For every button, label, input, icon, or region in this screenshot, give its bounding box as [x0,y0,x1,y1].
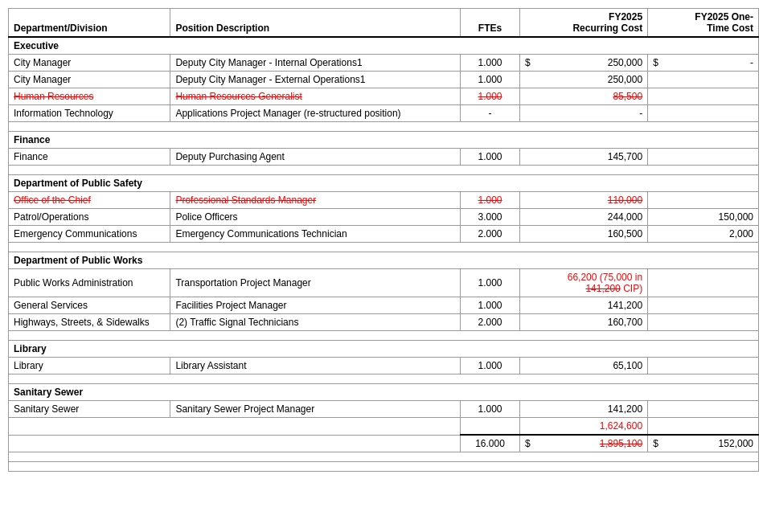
pos-cell: Deputy Purchasing Agent [170,149,460,166]
header-recurring-line2: Recurring Cost [572,23,642,34]
fte-cell: 1.000 [460,401,519,418]
dept-cell: Office of the Chief [9,192,170,209]
spacer-row [9,243,759,252]
table-row: Information Technology Applications Proj… [9,105,759,122]
onetime-cell [648,88,759,105]
fte-cell: 1.000 [460,192,519,209]
recurring-cell: - [520,105,648,122]
onetime-cell [648,297,759,314]
section-finance: Finance [9,132,759,149]
fte-cell: - [460,105,519,122]
onetime-cell: 150,000 [648,209,759,226]
totals-recurring-value: 1,895,100 [600,438,642,449]
section-library-label: Library [9,341,759,358]
totals-onetime: $ 152,000 [648,435,759,452]
totals-fte: 16.000 [460,435,519,452]
recurring-cell: 110,000 [520,192,648,209]
section-sanitary-sewer-label: Sanitary Sewer [9,384,759,401]
subtotal-onetime [648,418,759,436]
table-row: Finance Deputy Purchasing Agent 1.000 14… [9,149,759,166]
pos-cell: Facilities Project Manager [170,297,460,314]
dept-cell: Library [9,358,170,374]
onetime-cell: $- [648,55,759,72]
pos-cell: Library Assistant [170,358,460,374]
header-fte: FTEs [460,9,519,38]
section-library: Library [9,341,759,358]
pos-cell: Transportation Project Manager [170,269,460,297]
header-recurring-line1: FY2025 [609,11,642,23]
dept-cell: Information Technology [9,105,170,122]
totals-recurring: $ 1,895,100 [520,435,648,452]
subtotal-red-value: 1,624,600 [600,420,642,432]
section-executive: Executive [9,37,759,55]
subtotal-fte [460,418,519,436]
spacer-row [9,166,759,175]
fte-cell: 1.000 [460,88,519,105]
pos-cell: Emergency Communications Technician [170,226,460,243]
totals-label [9,435,461,452]
table-row: General Services Facilities Project Mana… [9,297,759,314]
spacer-row [9,462,759,472]
onetime-cell [648,149,759,166]
subtotal-recurring: 1,624,600 [520,418,648,436]
onetime-cell [648,192,759,209]
table-row: Highways, Streets, & Sidewalks (2) Traff… [9,314,759,331]
spacer-row [9,331,759,341]
section-public-safety: Department of Public Safety [9,175,759,192]
pos-cell: Police Officers [170,209,460,226]
header-recurring: FY2025 Recurring Cost [520,9,648,38]
dept-cell: Human Resources [9,88,170,105]
fte-cell: 2.000 [460,314,519,331]
recurring-cell: 141,200 [520,401,648,418]
section-sanitary-sewer: Sanitary Sewer [9,384,759,401]
onetime-cell: 2,000 [648,226,759,243]
dept-cell: General Services [9,297,170,314]
dept-cell: Highways, Streets, & Sidewalks [9,314,170,331]
fte-cell: 1.000 [460,269,519,297]
dept-cell: Public Works Administration [9,269,170,297]
pos-cell: Deputy City Manager - External Operation… [170,72,460,88]
dept-cell: Sanitary Sewer [9,401,170,418]
fte-cell: 1.000 [460,358,519,374]
spacer-row [9,374,759,384]
table-row: Library Library Assistant 1.000 65,100 [9,358,759,374]
onetime-cell [648,72,759,88]
totals-onetime-value: 152,000 [719,438,753,449]
header-pos: Position Description [170,9,460,38]
section-finance-label: Finance [9,132,759,149]
onetime-cell [648,314,759,331]
recurring-cell: 141,200 [520,297,648,314]
table-header-row: Department/Division Position Description… [9,9,759,38]
table-row: Sanitary Sewer Sanitary Sewer Project Ma… [9,401,759,418]
table-row: Emergency Communications Emergency Commu… [9,226,759,243]
section-executive-label: Executive [9,37,759,55]
pos-cell: Sanitary Sewer Project Manager [170,401,460,418]
table-row: Patrol/Operations Police Officers 3.000 … [9,209,759,226]
recurring-cell: 160,700 [520,314,648,331]
dept-cell: Patrol/Operations [9,209,170,226]
dept-cell: City Manager [9,55,170,72]
table-row: City Manager Deputy City Manager - Exter… [9,72,759,88]
recurring-cell: 160,500 [520,226,648,243]
subtotal-row: 1,624,600 [9,418,759,436]
pos-cell: Human Resources Generalist [170,88,460,105]
section-public-works: Department of Public Works [9,252,759,269]
spacer-row [9,452,759,462]
fte-cell: 1.000 [460,149,519,166]
fte-cell: 1.000 [460,55,519,72]
section-public-works-label: Department of Public Works [9,252,759,269]
totals-onetime-dollar: $ [653,438,658,449]
fte-cell: 2.000 [460,226,519,243]
table-row: Public Works Administration Transportati… [9,269,759,297]
pos-cell: (2) Traffic Signal Technicians [170,314,460,331]
recurring-cell: 85,500 [520,88,648,105]
dept-cell: Finance [9,149,170,166]
header-onetime-line2: Time Cost [707,23,753,34]
recurring-cell: 250,000 [520,72,648,88]
pos-cell: Applications Project Manager (re-structu… [170,105,460,122]
section-public-safety-label: Department of Public Safety [9,175,759,192]
onetime-cell [648,105,759,122]
recurring-cell: 66,200 (75,000 in 141,200 CIP) [520,269,648,297]
header-dept: Department/Division [9,9,170,38]
pos-cell: Professional Standards Manager [170,192,460,209]
